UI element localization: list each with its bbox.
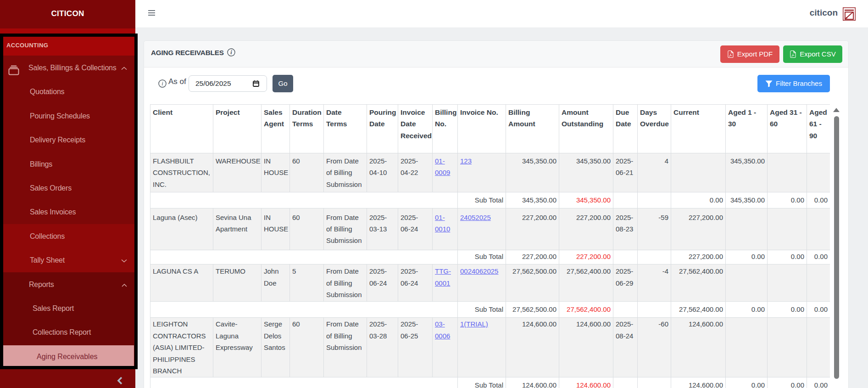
svg-text:i: i [161, 80, 163, 87]
svg-text:i: i [230, 49, 232, 56]
